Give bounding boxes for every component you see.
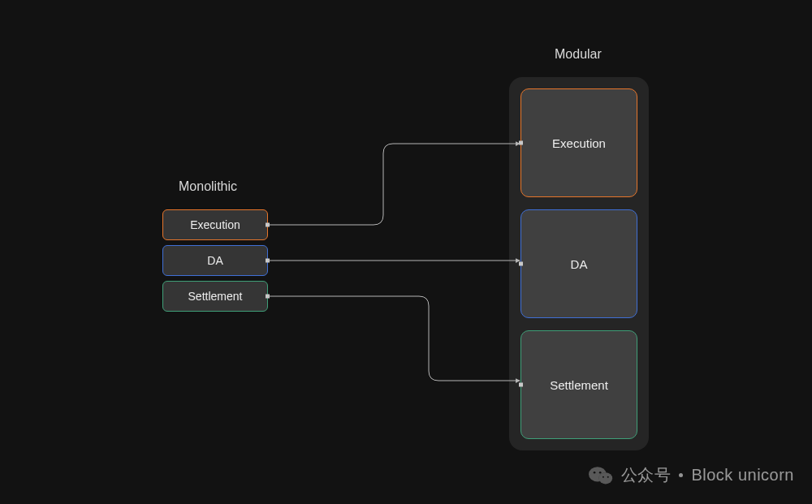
connector-dot <box>519 262 523 266</box>
connector-dot <box>266 223 270 227</box>
connector-line <box>268 296 520 381</box>
diagram-stage: Monolithic Modular Execution DA Settleme… <box>0 0 812 504</box>
mono-cell-label: Execution <box>190 218 240 231</box>
wechat-icon <box>589 465 613 486</box>
connector-dot <box>519 141 523 145</box>
mod-box-label: DA <box>571 257 588 271</box>
monolithic-stack: Execution DA Settlement <box>162 209 268 312</box>
connector-dot <box>266 295 270 299</box>
svg-point-5 <box>603 476 604 477</box>
connectors-svg <box>0 0 812 504</box>
heading-modular: Modular <box>555 47 602 62</box>
mono-settlement: Settlement <box>162 281 268 312</box>
mod-box-label: Settlement <box>550 378 608 392</box>
svg-point-2 <box>598 472 612 484</box>
mono-cell-label: DA <box>207 254 222 267</box>
svg-point-4 <box>599 471 602 473</box>
watermark-prefix: 公众号 <box>621 464 672 486</box>
mod-da: DA <box>520 209 637 318</box>
connector-dot <box>266 259 270 263</box>
separator-dot-icon <box>679 473 683 477</box>
svg-point-6 <box>607 476 609 477</box>
mod-box-label: Execution <box>552 136 606 150</box>
connector-dot <box>519 383 523 387</box>
watermark-name: Block unicorn <box>691 466 794 485</box>
mod-settlement: Settlement <box>520 330 637 439</box>
modular-container: Execution DA Settlement <box>509 77 649 450</box>
mono-cell-label: Settlement <box>188 290 243 303</box>
mono-da: DA <box>162 245 268 276</box>
watermark: 公众号 Block unicorn <box>589 464 794 486</box>
heading-monolithic: Monolithic <box>179 179 237 194</box>
connector-line <box>268 144 520 225</box>
svg-point-3 <box>594 471 596 473</box>
mod-execution: Execution <box>520 88 637 197</box>
mono-execution: Execution <box>162 209 268 240</box>
